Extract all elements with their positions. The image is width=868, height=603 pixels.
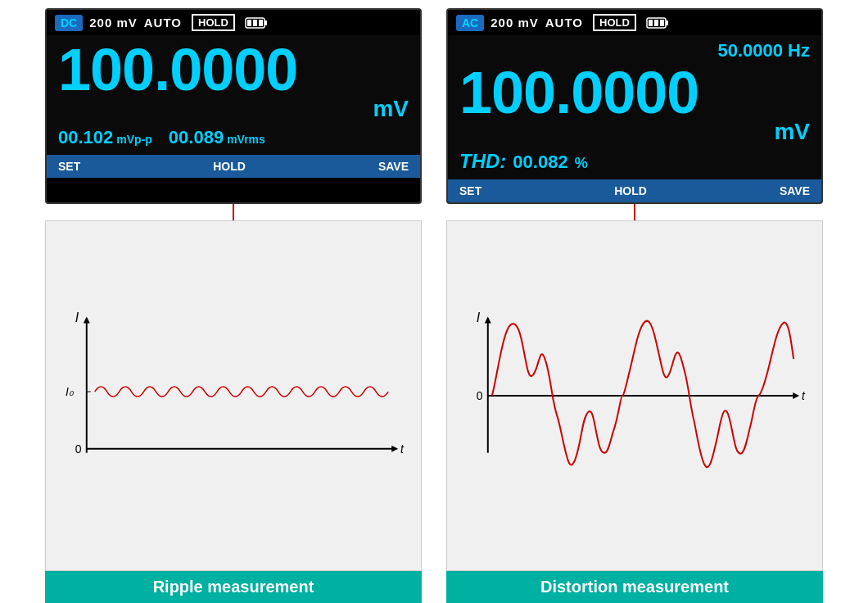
right-chart-container: I t 0 (446, 220, 823, 571)
left-mode-badge: DC (55, 15, 83, 31)
svg-rect-9 (660, 20, 664, 26)
right-thd-value: 00.082 (513, 152, 567, 173)
right-connector (634, 204, 635, 220)
right-thd-row: THD: 00.082 % (459, 150, 810, 173)
svg-rect-3 (253, 20, 257, 26)
right-chart-svg: I t 0 (447, 221, 822, 570)
right-range: 200 mV (491, 16, 539, 29)
right-chart-label: Distortion measurement (446, 571, 823, 603)
left-sub2-value: 00.089 (169, 127, 224, 148)
right-auto: AUTO (545, 16, 583, 29)
left-meter-body: 100.0000 mV 00.102 mVp-p 00.089 mVrms (47, 35, 420, 155)
left-chart-container: I t 0 I₀ (45, 220, 422, 571)
left-battery-icon (245, 16, 268, 29)
left-sub1-value: 00.102 (58, 127, 113, 148)
left-range: 200 mV (89, 16, 138, 29)
right-freq-display: 50.0000 Hz (459, 40, 810, 61)
svg-rect-4 (259, 20, 263, 26)
left-hold-badge: HOLD (192, 14, 235, 31)
svg-text:I₀: I₀ (66, 385, 75, 398)
left-chart-section: I t 0 I₀ Ripple measurement (45, 204, 422, 603)
left-sub1-group: 00.102 mVp-p (58, 127, 152, 148)
right-save-button[interactable]: SAVE (780, 184, 810, 197)
left-sub2-group: 00.089 mVrms (169, 127, 265, 148)
right-meter-panel: AC 200 mV AUTO HOLD 50.0000 Hz 100.0000 … (446, 8, 823, 204)
left-hold-button[interactable]: HOLD (213, 160, 246, 173)
left-meter-footer: SET HOLD SAVE (47, 155, 420, 178)
svg-text:0: 0 (477, 389, 483, 402)
svg-text:I: I (477, 311, 481, 324)
left-connector (233, 204, 234, 220)
left-meter-header: DC 200 mV AUTO HOLD (47, 10, 420, 35)
right-main-value: 100.0000 (459, 63, 810, 122)
right-battery-icon (646, 16, 669, 29)
left-chart-svg: I t 0 I₀ (46, 221, 421, 570)
left-auto: AUTO (144, 16, 182, 29)
right-meter-footer: SET HOLD SAVE (448, 179, 821, 202)
right-meter-body: 50.0000 Hz 100.0000 mV THD: 00.082 % (448, 35, 821, 179)
left-sub1-unit: mVp-p (116, 133, 152, 146)
svg-rect-1 (264, 20, 267, 25)
right-chart-section: I t 0 Distortion measurement (446, 204, 823, 603)
left-set-button[interactable]: SET (58, 160, 80, 173)
right-meter-header: AC 200 mV AUTO HOLD (448, 10, 821, 35)
left-sub-values: 00.102 mVp-p 00.089 mVrms (58, 127, 409, 148)
svg-rect-7 (649, 20, 653, 26)
left-save-button[interactable]: SAVE (378, 160, 409, 173)
svg-text:I: I (75, 311, 79, 324)
right-thd-label: THD: (459, 150, 506, 173)
svg-rect-2 (247, 20, 251, 26)
left-main-value: 100.0000 (58, 40, 409, 99)
svg-rect-6 (666, 20, 668, 25)
right-set-button[interactable]: SET (459, 184, 481, 197)
right-thd-unit: % (575, 155, 588, 172)
left-chart-label: Ripple measurement (45, 571, 422, 603)
right-hold-button[interactable]: HOLD (614, 184, 647, 197)
left-meter-panel: DC 200 mV AUTO HOLD 100.0000 mV 00.102 (45, 8, 422, 204)
svg-rect-8 (654, 20, 658, 26)
right-hold-badge: HOLD (593, 14, 636, 31)
svg-text:0: 0 (75, 442, 82, 456)
left-sub2-unit: mVrms (227, 133, 265, 146)
right-mode-badge: AC (456, 15, 484, 31)
